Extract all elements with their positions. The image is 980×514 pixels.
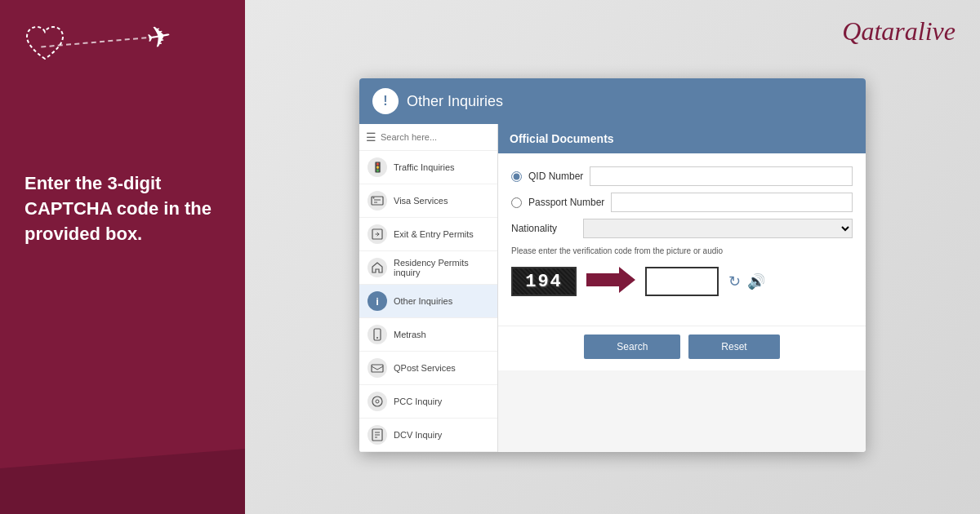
search-input[interactable] [381, 132, 491, 142]
passport-radio[interactable] [511, 197, 522, 208]
passport-row: Passport Number [511, 193, 853, 212]
left-panel: ✈ Enter the 3-digit CAPTCHA code in the … [0, 0, 245, 514]
sidebar-label-traffic: Traffic Inquiries [394, 162, 455, 172]
sidebar-item-qpost[interactable]: QPost Services [359, 352, 497, 385]
qid-label: QID Number [528, 171, 583, 182]
qid-input[interactable] [590, 166, 853, 186]
sidebar-item-inquiries[interactable]: i Other Inquiries [359, 285, 497, 318]
sidebar-item-pcc[interactable]: PCC Inquiry [359, 385, 497, 419]
window-content: ☰ 🚦 Traffic Inquiries Visa Services [359, 124, 866, 452]
nationality-select[interactable]: Qatari [583, 219, 853, 238]
left-panel-bottom-decoration [0, 449, 245, 514]
sidebar: ☰ 🚦 Traffic Inquiries Visa Services [359, 124, 498, 452]
captcha-area: 194 ↻ 🔊 [511, 264, 853, 299]
main-content: Official Documents QID Number Passport N… [498, 124, 866, 452]
captcha-input[interactable] [645, 267, 719, 296]
captcha-image: 194 [511, 267, 577, 296]
sidebar-item-visa[interactable]: Visa Services [359, 184, 497, 218]
decorative-header: ✈ [16, 16, 229, 98]
refresh-icon[interactable]: ↻ [728, 273, 741, 290]
left-panel-top: ✈ Enter the 3-digit CAPTCHA code in the … [0, 0, 245, 449]
qpost-icon [368, 358, 387, 378]
sidebar-label-residency: Residency Permits inquiry [394, 258, 489, 277]
sidebar-label-pcc: PCC Inquiry [394, 397, 442, 406]
traffic-icon: 🚦 [368, 157, 387, 177]
right-panel: Qataralive ! Other Inquiries ☰ 🚦 Traffic… [245, 0, 980, 514]
nationality-label: Nationality [511, 223, 577, 234]
window-title: Other Inquiries [407, 93, 503, 110]
sidebar-label-dcv: DCV Inquiry [394, 430, 442, 440]
hamburger-icon[interactable]: ☰ [366, 131, 376, 144]
captcha-controls: ↻ 🔊 [728, 273, 765, 290]
brand-logo: Qataralive [842, 16, 956, 47]
svg-point-8 [372, 397, 382, 406]
sidebar-label-exit: Exit & Entry Permits [394, 229, 474, 239]
svg-point-3 [373, 197, 375, 199]
sidebar-item-traffic[interactable]: 🚦 Traffic Inquiries [359, 151, 497, 184]
svg-point-6 [376, 337, 378, 339]
button-row: Search Reset [498, 326, 866, 370]
sidebar-label-visa: Visa Services [394, 196, 448, 206]
search-button[interactable]: Search [584, 335, 680, 359]
svg-rect-7 [372, 365, 383, 372]
arrow-icon [586, 264, 635, 299]
visa-icon [368, 191, 387, 210]
passport-label: Passport Number [528, 197, 604, 208]
exit-icon [368, 224, 387, 244]
sidebar-item-dcv[interactable]: DCV Inquiry [359, 419, 497, 452]
captcha-instruction: Please enter the verification code from … [511, 246, 853, 255]
heart-icon [24, 24, 65, 61]
sidebar-item-metrash[interactable]: Metrash [359, 318, 497, 352]
dcv-icon [368, 425, 387, 445]
sidebar-item-residency[interactable]: Residency Permits inquiry [359, 251, 497, 285]
nationality-row: Nationality Qatari [511, 219, 853, 238]
form-area: QID Number Passport Number Nationality [498, 153, 866, 326]
plane-icon: ✈ [145, 19, 175, 57]
svg-marker-13 [586, 267, 635, 293]
search-bar: ☰ [359, 124, 497, 151]
residency-icon [368, 258, 387, 277]
sidebar-label-metrash: Metrash [394, 330, 426, 339]
captcha-text: 194 [525, 272, 563, 292]
reset-button[interactable]: Reset [688, 335, 779, 359]
window-header: ! Other Inquiries [359, 78, 866, 124]
header-icon: ! [372, 88, 399, 114]
qid-row: QID Number [511, 166, 853, 186]
passport-input[interactable] [611, 193, 853, 212]
sidebar-label-qpost: QPost Services [394, 363, 456, 373]
section-header: Official Documents [498, 124, 866, 153]
browser-window: ! Other Inquiries ☰ 🚦 Traffic Inquiries [359, 78, 866, 452]
inquiries-icon: i [368, 291, 387, 311]
audio-icon[interactable]: 🔊 [747, 273, 765, 290]
metrash-icon [368, 325, 387, 344]
sidebar-item-exit[interactable]: Exit & Entry Permits [359, 218, 497, 251]
qid-radio[interactable] [511, 171, 522, 182]
sidebar-label-inquiries: Other Inquiries [394, 296, 452, 306]
instruction-text: Enter the 3-digit CAPTCHA code in the pr… [16, 163, 229, 255]
pcc-icon [368, 392, 387, 411]
